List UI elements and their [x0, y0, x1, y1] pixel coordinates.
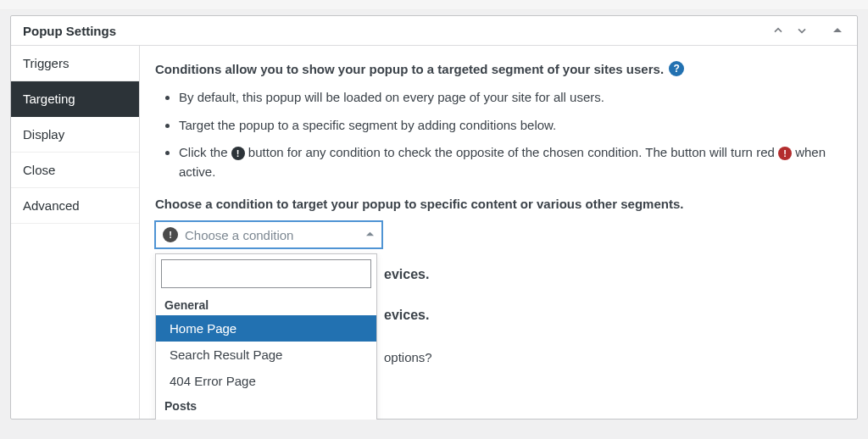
intro-row: Conditions allow you to show your popup … [155, 61, 838, 76]
dropdown-option-search-result-page[interactable]: Search Result Page [156, 342, 376, 368]
move-up-icon[interactable] [771, 23, 786, 38]
bullet-list: By default, this popup will be loaded on… [179, 88, 838, 181]
bullet-2: Target the popup to a specific segment b… [179, 116, 838, 136]
collapse-icon[interactable] [830, 23, 845, 38]
move-down-icon[interactable] [794, 23, 810, 38]
panel-title: Popup Settings [23, 24, 116, 38]
settings-tabs: Triggers Targeting Display Close Advance… [11, 46, 140, 419]
help-icon[interactable]: ? [669, 61, 684, 76]
bullet-3-pre: Click the [179, 145, 231, 159]
tab-targeting[interactable]: Targeting [11, 81, 139, 117]
panel-controls [771, 23, 845, 38]
choose-condition-heading: Choose a condition to target your popup … [155, 197, 838, 211]
chevron-up-icon [365, 228, 375, 242]
dropdown-option-all-posts[interactable]: All Posts [156, 416, 376, 420]
condition-select[interactable]: ! Choose a condition [155, 221, 382, 248]
dropdown-search-input[interactable] [161, 259, 371, 288]
obscured-heading-1: evices. [384, 267, 838, 282]
dropdown-option-home-page[interactable]: Home Page [156, 315, 376, 342]
obscured-heading-2: evices. [384, 308, 838, 323]
tab-advanced[interactable]: Advanced [11, 188, 139, 224]
bullet-1: By default, this popup will be loaded on… [179, 88, 838, 108]
condition-select-wrap: ! Choose a condition General Home Page S… [155, 221, 382, 248]
dropdown-group-general: General [156, 293, 376, 315]
panel-header: Popup Settings [11, 16, 857, 46]
panel-body: Triggers Targeting Display Close Advance… [11, 46, 857, 419]
dropdown-search-wrap [156, 254, 376, 293]
not-toggle-icon[interactable]: ! [163, 227, 178, 242]
condition-dropdown: General Home Page Search Result Page 404… [155, 253, 377, 420]
tab-close[interactable]: Close [11, 153, 139, 188]
condition-select-placeholder: Choose a condition [185, 228, 359, 242]
tab-display[interactable]: Display [11, 117, 139, 153]
top-spacer-bar [0, 0, 868, 10]
popup-settings-panel: Popup Settings Triggers Targeting Displa… [10, 15, 858, 420]
tab-triggers[interactable]: Triggers [11, 46, 139, 81]
not-operator-icon: ! [231, 147, 245, 160]
dropdown-option-404-error-page[interactable]: 404 Error Page [156, 368, 376, 394]
tab-content: Conditions allow you to show your popup … [140, 46, 857, 419]
dropdown-group-posts: Posts [156, 394, 376, 416]
intro-text: Conditions allow you to show your popup … [155, 62, 664, 76]
bullet-3: Click the ! button for any condition to … [179, 143, 838, 181]
obscured-text-3: options? [384, 350, 838, 364]
obscured-content: evices. evices. options? [384, 247, 838, 364]
bullet-3-mid: button for any condition to check the op… [248, 145, 778, 159]
not-operator-active-icon: ! [778, 147, 792, 160]
